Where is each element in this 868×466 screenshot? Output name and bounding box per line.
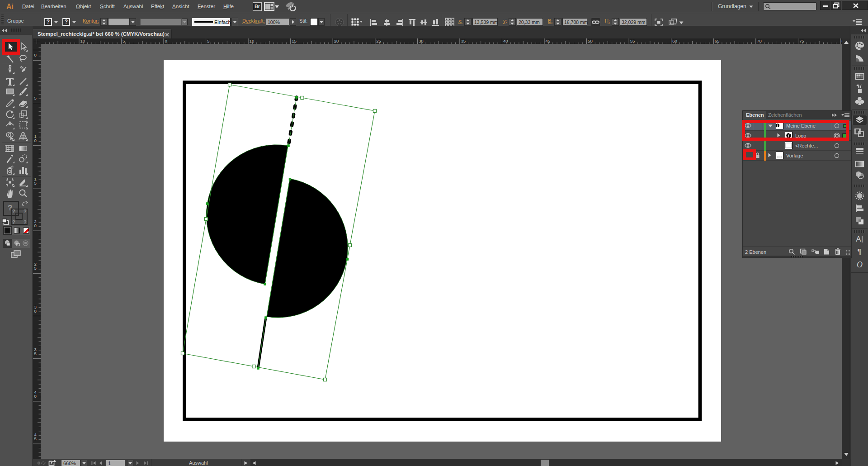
svg-text:0: 0 [34, 138, 37, 143]
svg-text:50: 50 [588, 38, 593, 43]
svg-text:0: 0 [34, 223, 37, 228]
svg-text:5: 5 [34, 181, 37, 185]
svg-text:40: 40 [503, 38, 508, 43]
svg-text:0: 0 [165, 38, 167, 43]
svg-text:75: 75 [799, 38, 804, 43]
svg-text:5: 5 [34, 351, 37, 356]
svg-text:0: 0 [34, 394, 37, 399]
svg-text:35: 35 [461, 38, 466, 43]
svg-text:55: 55 [630, 38, 635, 43]
svg-text:0: 0 [34, 309, 37, 314]
svg-text:70: 70 [757, 38, 762, 43]
svg-text:65: 65 [715, 38, 720, 43]
svg-text:5: 5 [34, 95, 37, 100]
svg-text:45: 45 [546, 38, 551, 43]
svg-text:5: 5 [34, 436, 37, 441]
svg-text:O: O [857, 260, 863, 269]
svg-text:A: A [856, 235, 861, 243]
svg-text:20: 20 [334, 38, 339, 43]
svg-text:5: 5 [34, 266, 37, 271]
svg-text:15: 15 [292, 38, 297, 43]
svg-text:5: 5 [207, 38, 209, 43]
svg-text:30: 30 [419, 38, 424, 43]
svg-text:5: 5 [123, 38, 125, 43]
svg-text:25: 25 [376, 38, 381, 43]
svg-text:¶: ¶ [857, 247, 861, 256]
svg-text:10: 10 [250, 38, 255, 43]
svg-text:10: 10 [80, 38, 85, 43]
svg-text:0: 0 [34, 52, 37, 57]
svg-text:60: 60 [672, 38, 677, 43]
